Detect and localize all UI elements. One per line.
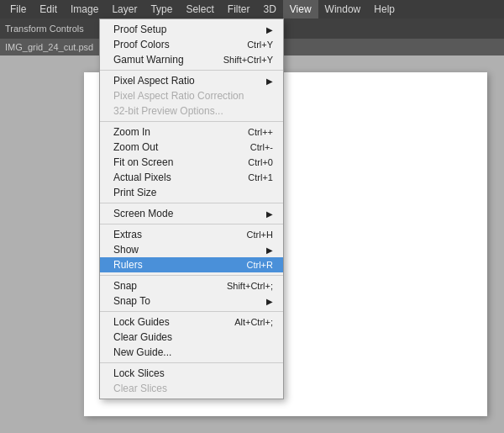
menu-item-pixel-aspect-ratio-correction: Pixel Aspect Ratio Correction (100, 88, 283, 103)
menu-item-gamut-warning-label: Gamut Warning (113, 54, 215, 66)
menu-item-pixel-aspect-ratio[interactable]: Pixel Aspect Ratio ▶ (100, 73, 283, 88)
menu-image[interactable]: Image (64, 0, 105, 18)
menu-filter[interactable]: Filter (221, 0, 257, 18)
menu-3d[interactable]: 3D (256, 0, 282, 18)
menu-item-lock-slices[interactable]: Lock Slices (100, 366, 283, 381)
menu-item-proof-colors-shortcut: Ctrl+Y (247, 40, 273, 50)
menu-item-show-label: Show (113, 244, 263, 256)
separator-2 (100, 121, 283, 122)
menu-item-show[interactable]: Show ▶ (100, 242, 283, 257)
menu-item-32bit-preview-label: 32-bit Preview Options... (113, 105, 273, 117)
menu-item-snap-to[interactable]: Snap To ▶ (100, 293, 283, 309)
menu-item-snap-label: Snap (113, 280, 218, 292)
menu-item-snap-to-arrow: ▶ (266, 297, 273, 306)
menu-layer[interactable]: Layer (105, 0, 144, 18)
menu-item-fit-on-screen-label: Fit on Screen (113, 156, 239, 168)
menu-bar: File Edit Image Layer Type Select Filter… (0, 0, 504, 18)
separator-5 (100, 275, 283, 276)
menu-item-clear-slices-label: Clear Slices (113, 383, 273, 394)
menu-item-proof-colors-label: Proof Colors (113, 39, 239, 50)
separator-7 (100, 362, 283, 363)
menu-item-fit-on-screen-shortcut: Ctrl+0 (248, 157, 273, 167)
menu-item-rulers-label: Rulers (113, 259, 239, 271)
separator-4 (100, 224, 283, 224)
menu-item-screen-mode-label: Screen Mode (113, 208, 263, 219)
menu-item-fit-on-screen[interactable]: Fit on Screen Ctrl+0 (100, 155, 283, 170)
menu-item-screen-mode[interactable]: Screen Mode ▶ (100, 206, 283, 221)
separator-6 (100, 311, 283, 312)
menu-item-extras-label: Extras (113, 229, 239, 240)
menu-item-gamut-warning[interactable]: Gamut Warning Shift+Ctrl+Y (100, 52, 283, 67)
menu-item-zoom-in[interactable]: Zoom In Ctrl++ (100, 124, 283, 140)
menu-item-proof-setup-arrow: ▶ (266, 25, 273, 34)
menu-item-zoom-in-label: Zoom In (113, 126, 239, 138)
menu-file[interactable]: File (3, 0, 33, 18)
menu-window[interactable]: Window (318, 0, 368, 18)
menu-item-32bit-preview: 32-bit Preview Options... (100, 103, 283, 119)
menu-item-lock-guides-label: Lock Guides (113, 316, 226, 328)
menu-item-zoom-out-label: Zoom Out (113, 141, 242, 153)
menu-item-snap-to-label: Snap To (113, 295, 263, 307)
menu-type[interactable]: Type (144, 0, 179, 18)
menu-item-snap[interactable]: Snap Shift+Ctrl+; (100, 278, 283, 293)
menu-item-lock-guides[interactable]: Lock Guides Alt+Ctrl+; (100, 314, 283, 330)
menu-item-print-size[interactable]: Print Size (100, 185, 283, 200)
menu-item-extras-shortcut: Ctrl+H (247, 230, 273, 240)
separator-1 (100, 70, 283, 71)
menu-edit[interactable]: Edit (33, 0, 64, 18)
menu-item-rulers[interactable]: Rulers Ctrl+R (100, 257, 283, 272)
menu-item-clear-guides-label: Clear Guides (113, 331, 273, 343)
menu-item-clear-slices: Clear Slices (100, 381, 283, 396)
menu-view[interactable]: View (283, 0, 318, 18)
menu-item-rulers-shortcut: Ctrl+R (247, 260, 273, 270)
menu-item-actual-pixels[interactable]: Actual Pixels Ctrl+1 (100, 170, 283, 185)
menu-item-zoom-in-shortcut: Ctrl++ (248, 127, 273, 137)
menu-item-proof-colors[interactable]: Proof Colors Ctrl+Y (100, 37, 283, 52)
menu-select[interactable]: Select (179, 0, 220, 18)
menu-item-pixel-aspect-ratio-arrow: ▶ (266, 77, 273, 86)
menu-item-zoom-out-shortcut: Ctrl+- (250, 142, 273, 152)
menu-item-screen-mode-arrow: ▶ (266, 209, 273, 219)
menu-item-clear-guides[interactable]: Clear Guides (100, 330, 283, 345)
menu-item-pixel-aspect-ratio-correction-label: Pixel Aspect Ratio Correction (113, 90, 273, 102)
menu-item-print-size-label: Print Size (113, 187, 273, 198)
menu-item-pixel-aspect-ratio-label: Pixel Aspect Ratio (113, 75, 263, 87)
menu-item-new-guide-label: New Guide... (113, 346, 273, 358)
menu-help[interactable]: Help (367, 0, 402, 18)
menu-item-proof-setup[interactable]: Proof Setup ▶ (100, 22, 283, 37)
toolbar-label: Transform Controls (5, 24, 84, 34)
breadcrumb: IMG_grid_24_cut.psd (5, 42, 93, 52)
menu-item-zoom-out[interactable]: Zoom Out Ctrl+- (100, 140, 283, 155)
menu-item-gamut-warning-shortcut: Shift+Ctrl+Y (223, 55, 273, 65)
menu-item-actual-pixels-shortcut: Ctrl+1 (248, 172, 273, 182)
menu-item-proof-setup-label: Proof Setup (113, 24, 263, 35)
menu-item-show-arrow: ▶ (266, 246, 273, 255)
separator-3 (100, 203, 283, 203)
menu-item-extras[interactable]: Extras Ctrl+H (100, 227, 283, 242)
menu-item-lock-guides-shortcut: Alt+Ctrl+; (234, 317, 273, 327)
menu-item-snap-shortcut: Shift+Ctrl+; (227, 281, 273, 291)
menu-item-lock-slices-label: Lock Slices (113, 367, 273, 379)
menu-item-new-guide[interactable]: New Guide... (100, 345, 283, 360)
menu-item-actual-pixels-label: Actual Pixels (113, 172, 239, 183)
view-dropdown-menu: Proof Setup ▶ Proof Colors Ctrl+Y Gamut … (99, 18, 284, 399)
